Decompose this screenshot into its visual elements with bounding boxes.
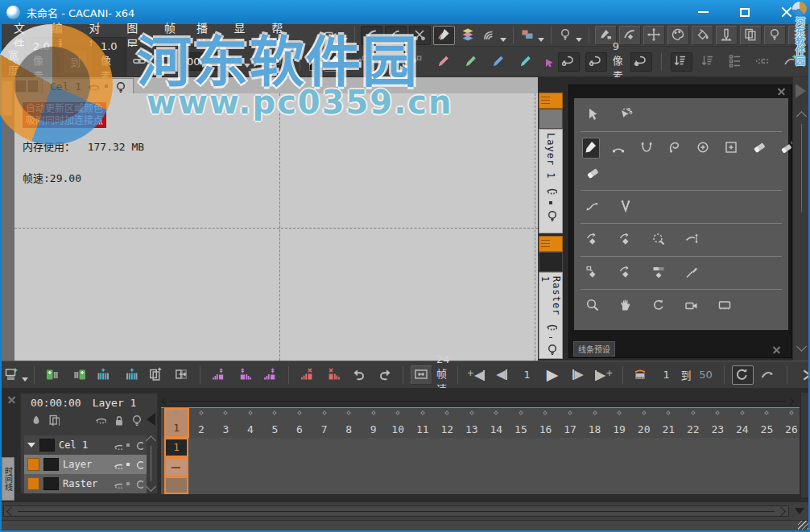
- vertex-tool[interactable]: [615, 196, 638, 217]
- color-layers-button[interactable]: [457, 26, 479, 45]
- bulb-icon[interactable]: [545, 209, 557, 221]
- frame-12[interactable]: 12: [435, 408, 460, 438]
- fit-view-button[interactable]: [411, 365, 432, 385]
- panel-scrollbar[interactable]: [801, 124, 802, 212]
- camera-view-button[interactable]: [323, 26, 349, 45]
- collapse-panel-icon[interactable]: [147, 413, 155, 426]
- next-frame-button[interactable]: ▶: [568, 365, 589, 385]
- frame-2[interactable]: 2: [189, 408, 214, 438]
- minimize-button[interactable]: [692, 4, 713, 20]
- stroke-order-button[interactable]: [725, 52, 747, 72]
- tab-mini-square[interactable]: [28, 80, 38, 92]
- panel-collapse-arrow-icon[interactable]: [796, 84, 806, 98]
- loop-end-value[interactable]: 50: [696, 369, 717, 381]
- fill-stroke-tool[interactable]: [615, 229, 638, 250]
- camera-strip-tool[interactable]: [714, 295, 737, 316]
- fill-lasso-tool[interactable]: [648, 229, 671, 250]
- eye-icon[interactable]: [87, 80, 99, 93]
- layer-frame-cell[interactable]: [164, 457, 188, 476]
- fill-area-tool[interactable]: [615, 262, 638, 283]
- layer-strip-layer1[interactable]: Layer 1: [539, 93, 563, 233]
- rectangle-tool[interactable]: [723, 138, 741, 159]
- timeline-row-raster[interactable]: Raster: [24, 474, 147, 493]
- frame-6[interactable]: 6: [287, 408, 312, 438]
- camera-tool[interactable]: [681, 295, 704, 316]
- hscroll-menu-button[interactable]: [792, 505, 807, 517]
- loop-start-value[interactable]: 1: [656, 369, 677, 381]
- prev-keyframe-button[interactable]: +◀: [465, 365, 487, 385]
- bulb-icon[interactable]: [134, 479, 143, 489]
- scroll-up-icon[interactable]: [796, 111, 807, 122]
- duplicate-button[interactable]: [740, 26, 762, 45]
- scroll-right-icon[interactable]: [775, 506, 786, 517]
- current-frame-value[interactable]: 1: [517, 369, 538, 381]
- mark-range-button[interactable]: [259, 365, 281, 385]
- work-area-bar[interactable]: [163, 396, 793, 406]
- frame-26[interactable]: 26: [779, 408, 800, 438]
- timeline-side-tab[interactable]: 时间线: [2, 457, 14, 501]
- work-area-start-icon[interactable]: [162, 397, 170, 405]
- opacity-field[interactable]: 100%: [170, 52, 221, 71]
- add-frame-after-button[interactable]: [68, 365, 89, 385]
- maximize-button[interactable]: [734, 4, 755, 20]
- frame-16[interactable]: 16: [533, 408, 558, 438]
- bulb-icon[interactable]: [114, 80, 126, 93]
- pen-strokes-button[interactable]: [433, 26, 455, 45]
- eye-icon[interactable]: [113, 460, 122, 469]
- pages-icon[interactable]: [48, 414, 60, 426]
- undo-button[interactable]: [348, 365, 370, 385]
- pan-tool[interactable]: [615, 295, 638, 316]
- pen-square-button[interactable]: [351, 52, 373, 72]
- stroke-eraser-tool[interactable]: [582, 163, 605, 184]
- frame-1[interactable]: 1: [164, 408, 189, 438]
- frame-15[interactable]: 15: [509, 408, 534, 438]
- mark-frames-button[interactable]: [208, 365, 229, 385]
- frame-23[interactable]: 23: [705, 408, 730, 438]
- frame-17[interactable]: 17: [558, 408, 583, 438]
- scroll-down-icon[interactable]: [146, 481, 156, 492]
- fill-add-tool[interactable]: [582, 229, 605, 250]
- delete-frames-button[interactable]: [322, 365, 344, 385]
- stroke-presets-tab[interactable]: 线条预设: [573, 341, 615, 357]
- close-button[interactable]: [776, 4, 797, 20]
- bulb-icon[interactable]: [134, 460, 143, 469]
- tab-mini-square[interactable]: [16, 80, 26, 92]
- mark-frame-button[interactable]: [233, 365, 255, 385]
- u-curve-tool[interactable]: [638, 138, 656, 159]
- color-picker-tool[interactable]: [681, 262, 704, 283]
- close-icon[interactable]: [8, 396, 15, 403]
- loop-curve-tool[interactable]: [667, 138, 684, 159]
- link-strokes-button[interactable]: [753, 52, 775, 72]
- frame-11[interactable]: 11: [410, 408, 435, 438]
- onion-light-button[interactable]: [764, 26, 786, 45]
- node-select-tool[interactable]: [615, 105, 638, 126]
- layer-strip-grip[interactable]: [539, 236, 563, 252]
- next-keyframe-button[interactable]: ▶+: [593, 365, 615, 385]
- frame-24[interactable]: 24: [730, 408, 755, 438]
- frame-9[interactable]: 9: [361, 408, 386, 438]
- eye-icon[interactable]: [113, 479, 122, 489]
- sort-strokes-button[interactable]: [671, 52, 692, 72]
- onion-skin-icon[interactable]: [29, 414, 41, 426]
- duplicate-frame-button[interactable]: [145, 365, 167, 385]
- loop-range-button[interactable]: [630, 365, 652, 385]
- frame-13[interactable]: 13: [460, 408, 485, 438]
- cel-tab[interactable]: Cel 1: [42, 78, 134, 93]
- timeline-row-layer[interactable]: Layer: [24, 455, 147, 474]
- frame-22[interactable]: 22: [680, 408, 705, 438]
- scroll-down-icon[interactable]: [796, 341, 807, 352]
- add-curve-button[interactable]: [780, 52, 802, 72]
- mini-cursor-button[interactable]: [543, 57, 552, 67]
- layer-list-scrollbar[interactable]: [146, 435, 155, 492]
- move-frame-button[interactable]: [171, 365, 192, 385]
- prev-frame-button[interactable]: ◀: [491, 365, 513, 385]
- curve-offset-tool[interactable]: [681, 229, 704, 250]
- color-shapes-button[interactable]: [519, 26, 545, 45]
- timeline-row-cel[interactable]: Cel 1: [24, 435, 147, 455]
- frame-3[interactable]: 3: [213, 408, 238, 438]
- light-table-button[interactable]: [557, 26, 583, 45]
- select-tool[interactable]: [582, 105, 605, 126]
- layer-strip-grip[interactable]: [539, 93, 563, 109]
- zoom-tool[interactable]: [582, 295, 605, 316]
- eye-icon[interactable]: [545, 184, 557, 196]
